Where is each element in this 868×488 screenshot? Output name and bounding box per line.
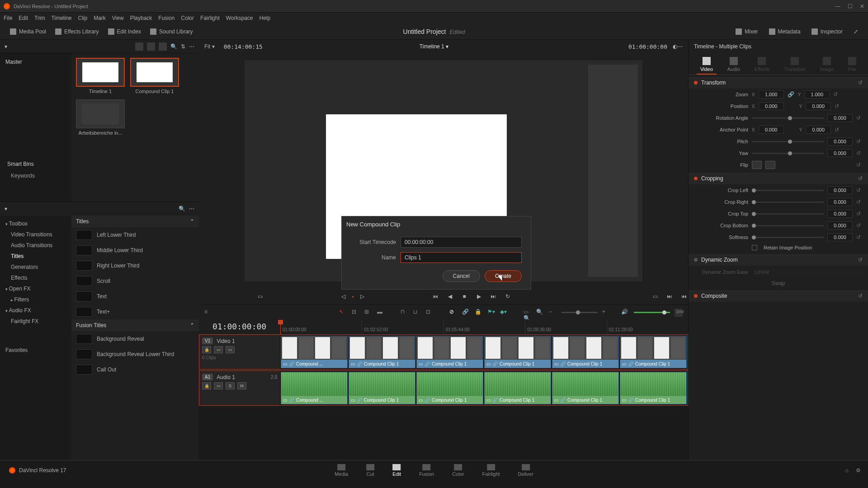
crop-bottom-input[interactable]: 0.000 bbox=[827, 221, 853, 230]
yaw-slider[interactable] bbox=[752, 153, 824, 154]
fx-item[interactable]: Text bbox=[71, 289, 199, 304]
video-clip[interactable]: ▭🔗Compound Clip 1 bbox=[552, 336, 619, 368]
clip-thumb[interactable]: Arbeitsbereiche in... bbox=[76, 99, 125, 136]
collapse-icon[interactable]: ⌃ bbox=[190, 322, 194, 328]
filters-node[interactable]: Filters bbox=[0, 294, 71, 305]
reset-icon[interactable]: ↺ bbox=[856, 187, 863, 193]
lock-track-icon[interactable]: 🔒 bbox=[202, 346, 211, 353]
audio-clip[interactable]: ▭🔗Compound ... bbox=[281, 372, 348, 404]
settings-icon[interactable]: ⚙ bbox=[856, 467, 861, 474]
replace-icon[interactable]: ⊡ bbox=[426, 309, 434, 317]
page-media[interactable]: Media bbox=[335, 464, 348, 477]
tab-video[interactable]: Video bbox=[697, 55, 717, 75]
menu-playback[interactable]: Playback bbox=[130, 15, 152, 21]
reset-icon[interactable]: ↺ bbox=[858, 80, 863, 86]
dynamic-trim-icon[interactable]: ⊞ bbox=[364, 309, 373, 317]
zoom-y-input[interactable]: 1.000 bbox=[804, 90, 830, 99]
list-view-icon[interactable] bbox=[135, 42, 143, 51]
ruler-tick[interactable]: 01:08:36:00 bbox=[525, 320, 606, 334]
fx-item[interactable]: Middle Lower Third bbox=[71, 243, 199, 258]
reset-icon[interactable]: ↺ bbox=[858, 175, 863, 182]
keywords-bin[interactable]: Keywords bbox=[4, 171, 68, 181]
go-end-icon[interactable]: ⏭ bbox=[665, 292, 674, 300]
minimize-icon[interactable]: — bbox=[835, 3, 840, 9]
menu-view[interactable]: View bbox=[112, 15, 124, 21]
fx-item[interactable]: Call Out bbox=[71, 362, 199, 377]
more-icon[interactable]: ⋯ bbox=[677, 43, 683, 50]
page-color[interactable]: Color bbox=[452, 464, 464, 477]
audio-clip[interactable]: ▭🔗Compound Clip 1 bbox=[416, 372, 483, 404]
rotation-input[interactable]: 0.000 bbox=[827, 114, 853, 122]
create-button[interactable]: Create bbox=[485, 270, 522, 282]
go-start-icon[interactable]: ⏮ bbox=[680, 292, 688, 300]
smart-bins-header[interactable]: Smart Bins bbox=[4, 157, 68, 171]
audio-clip[interactable]: ▭🔗Compound Clip 1 bbox=[484, 372, 551, 404]
crop-right-slider[interactable] bbox=[752, 202, 824, 203]
prev-frame-icon[interactable]: ◀ bbox=[446, 292, 454, 300]
dynamic-zoom-section[interactable]: Dynamic Zoom↺ bbox=[689, 254, 868, 266]
crop-top-input[interactable]: 0.000 bbox=[827, 210, 853, 218]
match-frame-icon[interactable]: ▭ bbox=[258, 293, 263, 300]
flip-v-icon[interactable] bbox=[765, 161, 775, 169]
blade-tool-icon[interactable]: ▬ bbox=[377, 309, 385, 317]
play-icon[interactable]: ▶ bbox=[475, 292, 483, 300]
snap-icon[interactable]: ⊘ bbox=[449, 309, 458, 317]
fairlightfx-node[interactable]: Fairlight FX bbox=[0, 316, 71, 327]
mute-icon[interactable]: M bbox=[237, 382, 246, 389]
reset-icon[interactable]: ↺ bbox=[858, 293, 863, 299]
softness-slider[interactable] bbox=[752, 237, 824, 238]
ruler-tick[interactable]: 01:02:52:00 bbox=[362, 320, 443, 334]
video-clip[interactable]: ▭🔗Compound ... bbox=[281, 336, 348, 368]
clip-thumb[interactable]: Timeline 1 bbox=[76, 58, 125, 94]
zoom-in-icon[interactable]: + bbox=[602, 309, 610, 317]
zoom-out-icon[interactable]: − bbox=[549, 309, 557, 317]
menu-workspace[interactable]: Workspace bbox=[226, 15, 253, 21]
arm-icon[interactable]: ▭ bbox=[214, 382, 223, 389]
menu-edit[interactable]: Edit bbox=[19, 15, 28, 21]
more-icon[interactable]: ⋯ bbox=[189, 43, 194, 50]
inspector-toggle[interactable]: Inspector bbox=[807, 27, 847, 37]
video-clip[interactable]: ▭🔗Compound Clip 1 bbox=[416, 336, 483, 368]
crop-right-input[interactable]: 0.000 bbox=[827, 198, 853, 206]
favorites-node[interactable]: Favorites bbox=[0, 345, 71, 356]
tab-audio[interactable]: Audio bbox=[724, 55, 744, 75]
pitch-input[interactable]: 0.000 bbox=[827, 137, 853, 145]
bin-master[interactable]: Master bbox=[4, 57, 68, 67]
auto-select-icon[interactable]: ▭ bbox=[214, 346, 223, 353]
crop-bottom-slider[interactable] bbox=[752, 225, 824, 226]
crop-top-slider[interactable] bbox=[752, 213, 824, 215]
page-edit[interactable]: Edit bbox=[392, 464, 401, 477]
first-frame-icon[interactable]: ⏮ bbox=[431, 292, 439, 300]
video-transitions-node[interactable]: Video Transitions bbox=[0, 229, 71, 240]
start-timecode-input[interactable] bbox=[401, 237, 522, 248]
expand-icon[interactable]: ⤢ bbox=[849, 27, 863, 37]
reset-icon[interactable]: ↺ bbox=[856, 115, 863, 121]
page-fairlight[interactable]: Fairlight bbox=[482, 464, 500, 477]
solo-icon[interactable]: S bbox=[226, 382, 235, 389]
page-cut[interactable]: Cut bbox=[366, 464, 374, 477]
page-deliver[interactable]: Deliver bbox=[518, 464, 533, 477]
reset-icon[interactable]: ↺ bbox=[835, 103, 841, 109]
disable-track-icon[interactable]: ▭ bbox=[226, 346, 235, 353]
fx-item[interactable]: Right Lower Third bbox=[71, 258, 199, 273]
audio-clip[interactable]: ▭🔗Compound Clip 1 bbox=[552, 372, 619, 404]
menu-color[interactable]: Color bbox=[181, 15, 194, 21]
zoom-fit-icon[interactable]: 🔍 bbox=[536, 309, 544, 317]
maximize-icon[interactable]: ☐ bbox=[848, 3, 853, 9]
mark-in-icon[interactable]: ▭ bbox=[651, 292, 659, 300]
reset-icon[interactable]: ↺ bbox=[856, 138, 863, 145]
mixer-toggle[interactable]: Mixer bbox=[731, 27, 762, 37]
anchor-y-input[interactable]: 0.000 bbox=[806, 126, 831, 134]
mute-icon[interactable]: 🔊 bbox=[621, 309, 629, 317]
titles-node[interactable]: Titles bbox=[0, 251, 71, 262]
fx-item[interactable]: Background Reveal bbox=[71, 331, 199, 347]
reset-icon[interactable]: ↺ bbox=[833, 91, 840, 98]
menu-fusion[interactable]: Fusion bbox=[158, 15, 175, 21]
selection-tool-icon[interactable]: ↖ bbox=[339, 309, 347, 317]
ruler-tick[interactable]: 01:11:28:00 bbox=[607, 320, 688, 334]
link-icon[interactable]: 🔗 bbox=[462, 309, 470, 317]
edit-index-toggle[interactable]: Edit Index bbox=[104, 27, 146, 37]
reset-icon[interactable]: ↺ bbox=[856, 162, 863, 168]
more-icon[interactable]: ⋯ bbox=[189, 206, 194, 212]
pos-x-input[interactable]: 0.000 bbox=[759, 102, 784, 110]
